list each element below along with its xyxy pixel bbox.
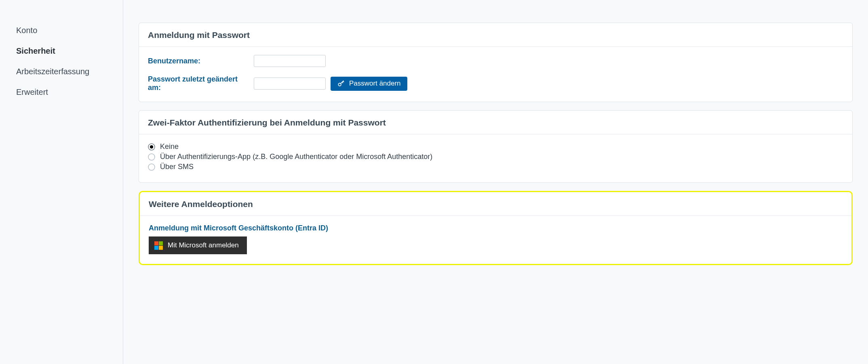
username-label: Benutzername: bbox=[148, 57, 249, 65]
panel-title: Zwei-Faktor Authentifizierung bei Anmeld… bbox=[148, 118, 843, 128]
panel-body: Anmeldung mit Microsoft Geschäftskonto (… bbox=[140, 216, 851, 264]
microsoft-login-button[interactable]: Mit Microsoft anmelden bbox=[149, 236, 247, 254]
change-password-button[interactable]: Passwort ändern bbox=[331, 77, 407, 91]
svg-point-5 bbox=[150, 145, 153, 149]
more-login-options-panel: Weitere Anmeldeoptionen Anmeldung mit Mi… bbox=[139, 191, 853, 265]
svg-point-6 bbox=[148, 154, 155, 160]
microsoft-logo-icon bbox=[154, 241, 163, 250]
two-factor-panel: Zwei-Faktor Authentifizierung bei Anmeld… bbox=[139, 110, 853, 183]
password-changed-label: Passwort zuletzt geändert am: bbox=[148, 75, 249, 92]
sidebar-item-arbeitszeiterfassung[interactable]: Arbeitszeiterfassung bbox=[16, 61, 107, 82]
twofa-option-app[interactable]: Über Authentifizierungs-App (z.B. Google… bbox=[148, 153, 843, 161]
radio-icon bbox=[148, 153, 155, 161]
microsoft-login-label: Mit Microsoft anmelden bbox=[168, 241, 239, 249]
microsoft-section-label: Anmeldung mit Microsoft Geschäftskonto (… bbox=[149, 224, 843, 232]
svg-line-3 bbox=[342, 82, 343, 83]
sidebar-item-sicherheit[interactable]: Sicherheit bbox=[16, 41, 107, 61]
twofa-option-label: Über SMS bbox=[160, 163, 194, 171]
change-password-label: Passwort ändern bbox=[349, 79, 401, 88]
username-input[interactable] bbox=[254, 55, 326, 67]
panel-title: Weitere Anmeldeoptionen bbox=[149, 199, 843, 209]
twofa-option-label: Keine bbox=[160, 142, 179, 151]
sidebar: Konto Sicherheit Arbeitszeiterfassung Er… bbox=[0, 0, 123, 364]
panel-header: Weitere Anmeldeoptionen bbox=[140, 192, 851, 216]
password-changed-row: Passwort zuletzt geändert am: bbox=[148, 75, 843, 92]
svg-point-7 bbox=[148, 164, 155, 170]
panel-body: Benutzername: Passwort zuletzt geändert … bbox=[139, 47, 852, 102]
password-login-panel: Anmeldung mit Passwort Benutzername: Pas… bbox=[139, 23, 853, 102]
sidebar-item-erweitert[interactable]: Erweitert bbox=[16, 82, 107, 103]
radio-icon bbox=[148, 163, 155, 171]
twofa-option-none[interactable]: Keine bbox=[148, 142, 843, 151]
sidebar-item-konto[interactable]: Konto bbox=[16, 20, 107, 41]
main-content: Anmeldung mit Passwort Benutzername: Pas… bbox=[123, 0, 868, 364]
key-icon bbox=[337, 79, 345, 88]
password-changed-input[interactable] bbox=[254, 77, 326, 90]
twofa-option-sms[interactable]: Über SMS bbox=[148, 163, 843, 171]
panel-body: Keine Über Authentifizierungs-App (z.B. … bbox=[139, 134, 852, 182]
panel-title: Anmeldung mit Passwort bbox=[148, 30, 843, 40]
panel-header: Zwei-Faktor Authentifizierung bei Anmeld… bbox=[139, 111, 852, 134]
twofa-option-label: Über Authentifizierungs-App (z.B. Google… bbox=[160, 153, 432, 161]
page-root: Konto Sicherheit Arbeitszeiterfassung Er… bbox=[0, 0, 868, 364]
radio-icon bbox=[148, 143, 155, 151]
username-row: Benutzername: bbox=[148, 55, 843, 67]
svg-line-2 bbox=[343, 81, 344, 82]
panel-header: Anmeldung mit Passwort bbox=[139, 23, 852, 47]
